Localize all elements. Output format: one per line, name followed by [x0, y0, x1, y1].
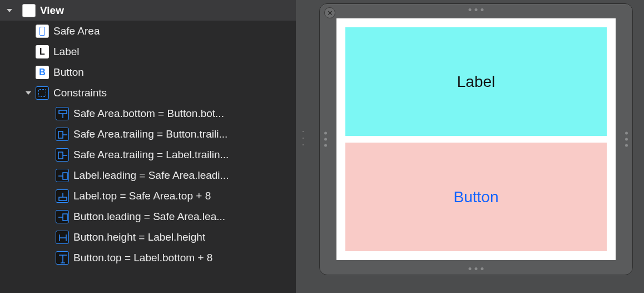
- chevron-down-icon[interactable]: [24, 89, 32, 97]
- constraint-icon: [56, 128, 69, 141]
- resize-handle-right[interactable]: [625, 132, 628, 147]
- constraint-text: Button.leading = Safe Area.lea...: [73, 211, 225, 223]
- outline-label-view: View: [40, 4, 64, 17]
- outline-label-constraints: Constraints: [53, 87, 107, 99]
- svg-rect-8: [59, 197, 67, 201]
- constraint-text: Label.top = Safe Area.top + 8: [73, 190, 211, 202]
- chevron-down-icon[interactable]: [6, 7, 13, 14]
- resize-handle-top[interactable]: [469, 8, 484, 11]
- outline-row-constraint[interactable]: Safe Area.bottom = Button.bot...: [0, 103, 296, 124]
- button-icon: B: [36, 66, 49, 79]
- constraint-icon: [56, 210, 69, 223]
- outline-label-label: Label: [53, 46, 80, 58]
- resize-handle-left[interactable]: [324, 132, 327, 147]
- constraint-icon: [56, 148, 69, 162]
- constraint-icon: [56, 169, 69, 182]
- constraint-text: Safe Area.trailing = Button.traili...: [73, 128, 227, 140]
- constraint-text: Safe Area.bottom = Button.bot...: [73, 108, 224, 120]
- outline-row-constraint[interactable]: Safe Area.trailing = Label.trailin...: [0, 144, 296, 165]
- outline-row-constraints[interactable]: Constraints: [0, 82, 296, 103]
- constraint-icon: [56, 189, 69, 203]
- preview-button-text: Button: [454, 188, 499, 206]
- constraint-icon: [56, 107, 69, 120]
- outline-row-constraint[interactable]: Label.leading = Safe Area.leadi...: [0, 165, 296, 185]
- outline-row-constraint[interactable]: Button.height = Label.height: [0, 227, 296, 247]
- preview-label-text: Label: [457, 73, 496, 91]
- close-icon: ✕: [327, 9, 333, 17]
- outline-row-safearea[interactable]: Safe Area: [0, 21, 296, 41]
- outline-label-button: Button: [53, 66, 84, 79]
- label-icon: L: [36, 45, 49, 58]
- close-preview-button[interactable]: ✕: [324, 7, 335, 18]
- device-screen[interactable]: Label Button: [336, 18, 616, 260]
- outline-row-label[interactable]: L Label: [0, 41, 296, 62]
- preview-label-element[interactable]: Label: [345, 27, 607, 136]
- svg-rect-6: [63, 173, 67, 179]
- document-outline: View Safe Area L Label B Button Constrai…: [0, 0, 296, 293]
- outline-row-constraint[interactable]: Label.top = Safe Area.top + 8: [0, 185, 296, 206]
- resize-handle-bottom[interactable]: [469, 267, 484, 270]
- constraint-text: Safe Area.trailing = Label.trailin...: [73, 149, 229, 161]
- svg-rect-10: [63, 214, 67, 221]
- constraint-icon: [56, 231, 69, 244]
- outline-row-constraint[interactable]: Safe Area.trailing = Button.traili...: [0, 124, 296, 144]
- preview-button-element[interactable]: Button: [345, 143, 607, 251]
- outline-row-constraint[interactable]: Button.top = Label.bottom + 8: [0, 247, 296, 268]
- canvas-area[interactable]: ✕ Label Button: [296, 0, 644, 293]
- svg-rect-2: [58, 131, 63, 138]
- safearea-icon: [36, 25, 49, 38]
- constraint-text: Button.top = Label.bottom + 8: [73, 252, 212, 264]
- outline-row-button[interactable]: B Button: [0, 62, 296, 82]
- outline-label-safearea: Safe Area: [53, 25, 100, 37]
- outline-row-constraint[interactable]: Button.leading = Safe Area.lea...: [0, 206, 296, 227]
- constraint-icon: [56, 251, 69, 265]
- device-frame[interactable]: ✕ Label Button: [319, 3, 633, 275]
- constraints-group-icon: [36, 86, 49, 100]
- svg-rect-0: [59, 110, 67, 114]
- svg-rect-4: [58, 152, 63, 159]
- constraint-text: Button.height = Label.height: [73, 231, 205, 243]
- outline-row-view[interactable]: View: [0, 0, 296, 21]
- constraint-text: Label.leading = Safe Area.leadi...: [73, 169, 229, 182]
- view-icon: [22, 4, 36, 17]
